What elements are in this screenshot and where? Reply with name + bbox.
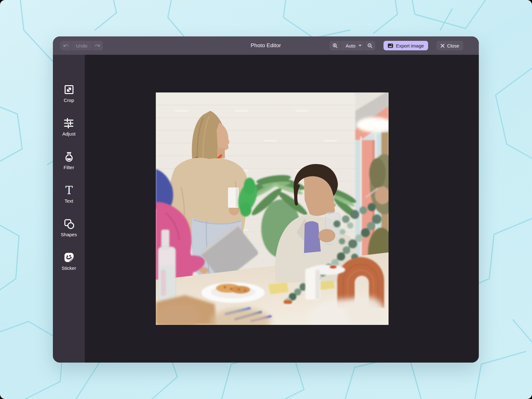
- sidebar: Crop Adjust: [53, 55, 85, 363]
- screen-background: Undo Photo Editor: [0, 0, 532, 399]
- sidebar-item-filter[interactable]: Filter: [63, 151, 75, 170]
- sidebar-item-adjust[interactable]: Adjust: [62, 117, 76, 136]
- undo-label: Undo: [74, 43, 89, 48]
- export-image-button[interactable]: Export image: [383, 41, 428, 50]
- sidebar-item-shapes[interactable]: Shapes: [61, 218, 77, 237]
- undo-arrow-icon: [63, 44, 68, 48]
- zoom-in-icon: [332, 43, 338, 48]
- canvas-photo[interactable]: [156, 92, 389, 325]
- zoom-out-icon: [367, 43, 373, 48]
- sidebar-item-label: Adjust: [62, 131, 76, 136]
- sidebar-item-label: Filter: [64, 165, 74, 170]
- canvas-photo-wrap: [156, 92, 389, 325]
- undo-button[interactable]: [60, 41, 71, 50]
- adjust-sliders-icon: [63, 117, 74, 129]
- undo-label-segment[interactable]: Undo: [71, 41, 92, 50]
- undo-redo-group: Undo: [60, 41, 103, 50]
- sidebar-item-label: Text: [65, 198, 73, 204]
- filter-flask-icon: [63, 151, 75, 162]
- page-title: Photo Editor: [251, 42, 281, 49]
- sidebar-item-crop[interactable]: Crop: [63, 84, 75, 103]
- close-label: Close: [447, 43, 459, 48]
- export-image-label: Export image: [396, 43, 424, 48]
- sidebar-item-label: Crop: [64, 98, 74, 103]
- redo-button[interactable]: [92, 41, 103, 50]
- sidebar-item-sticker[interactable]: Sticker: [62, 252, 76, 271]
- close-button[interactable]: Close: [436, 41, 463, 50]
- text-icon: T: [63, 185, 75, 196]
- sticker-icon: [63, 252, 75, 263]
- topbar: Undo Photo Editor: [53, 36, 479, 55]
- zoom-controls-group: Auto: [330, 41, 375, 50]
- zoom-level-value: Auto: [344, 43, 356, 48]
- zoom-level-dropdown[interactable]: Auto: [340, 41, 364, 50]
- topbar-right-controls: Auto: [330, 41, 463, 50]
- image-icon: [388, 43, 393, 48]
- shapes-icon: [63, 218, 75, 230]
- zoom-out-button[interactable]: [364, 41, 375, 50]
- window-body: Crop Adjust: [53, 55, 479, 363]
- photo-editor-window: Undo Photo Editor: [53, 36, 479, 363]
- sidebar-item-label: Shapes: [61, 232, 77, 237]
- editor-canvas: [85, 55, 479, 363]
- zoom-in-button[interactable]: [330, 41, 340, 50]
- close-icon: [440, 44, 445, 48]
- svg-text:T: T: [65, 185, 73, 196]
- sidebar-item-text[interactable]: T Text: [63, 185, 75, 204]
- chevron-down-icon: [358, 45, 362, 47]
- crop-icon: [63, 84, 75, 95]
- redo-arrow-icon: [95, 44, 100, 48]
- sidebar-item-label: Sticker: [62, 265, 76, 271]
